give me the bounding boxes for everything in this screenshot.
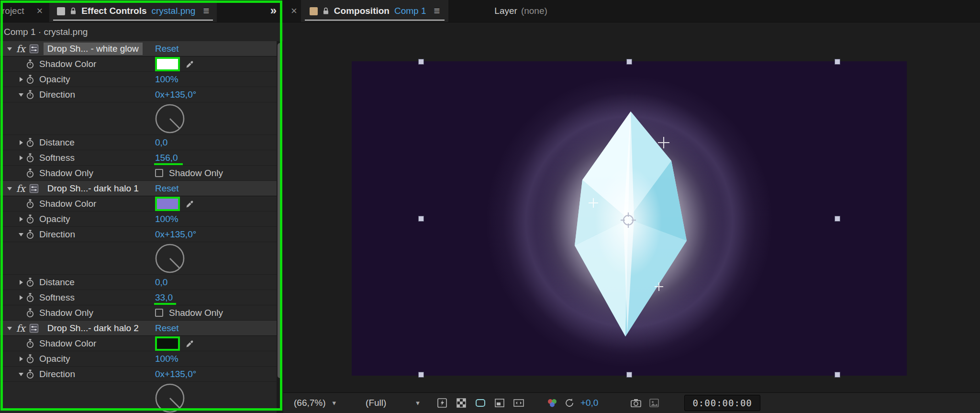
selection-handle[interactable] bbox=[835, 59, 840, 65]
effect-header[interactable]: fx Drop Sh...- dark halo 1 Reset bbox=[0, 181, 283, 196]
close-icon[interactable]: × bbox=[291, 5, 297, 17]
reset-link[interactable]: Reset bbox=[155, 44, 179, 54]
chevron-down-icon[interactable] bbox=[7, 186, 12, 191]
chevron-right-icon[interactable] bbox=[18, 216, 24, 222]
stopwatch-icon[interactable] bbox=[26, 75, 34, 84]
stopwatch-icon[interactable] bbox=[26, 59, 34, 69]
scrollbar-thumb[interactable] bbox=[278, 43, 282, 378]
shadow-only-checkbox[interactable] bbox=[155, 309, 163, 317]
chevron-right-icon[interactable] bbox=[18, 140, 24, 145]
comp-canvas[interactable] bbox=[352, 61, 907, 376]
direction-value[interactable]: 0x+135,0° bbox=[155, 369, 196, 380]
stopwatch-icon[interactable] bbox=[26, 308, 34, 318]
direction-value[interactable]: 0x+135,0° bbox=[155, 89, 196, 100]
mask-visibility-icon[interactable] bbox=[472, 396, 489, 410]
region-of-interest-icon[interactable] bbox=[491, 396, 508, 410]
reset-link[interactable]: Reset bbox=[155, 183, 179, 194]
direction-dial-row bbox=[0, 382, 283, 413]
panel-menu-icon[interactable]: ≡ bbox=[434, 5, 440, 17]
selection-handle[interactable] bbox=[835, 216, 840, 222]
direction-dial[interactable] bbox=[154, 243, 186, 274]
effect-header[interactable]: fx Drop Sh... - white glow Reset bbox=[0, 41, 283, 56]
stopwatch-icon[interactable] bbox=[26, 153, 34, 163]
chevron-right-icon[interactable] bbox=[18, 77, 24, 82]
effect-icon bbox=[29, 184, 39, 193]
stopwatch-icon[interactable] bbox=[26, 293, 34, 302]
softness-value[interactable]: 156,0 bbox=[155, 153, 178, 163]
stopwatch-icon[interactable] bbox=[26, 90, 34, 100]
stopwatch-icon[interactable] bbox=[26, 278, 34, 287]
chevron-down-icon[interactable] bbox=[18, 92, 24, 98]
reset-exposure-icon[interactable] bbox=[561, 396, 578, 410]
direction-dial[interactable] bbox=[154, 382, 186, 413]
chevron-down-icon[interactable] bbox=[7, 46, 12, 52]
tab-overflow-icon[interactable]: » bbox=[270, 4, 277, 17]
effect-name[interactable]: Drop Sh... - white glow bbox=[44, 43, 143, 55]
chevron-down-icon[interactable] bbox=[18, 371, 24, 377]
chevron-down-icon[interactable] bbox=[7, 325, 12, 331]
property-row-distance: Distance 0,0 bbox=[0, 135, 283, 150]
pixel-aspect-correction-icon[interactable] bbox=[511, 396, 527, 410]
effect-name[interactable]: Drop Sh...- dark halo 1 bbox=[44, 182, 143, 195]
effect-header[interactable]: fx Drop Sh...- dark halo 2 Reset bbox=[0, 321, 283, 336]
shadow-color-swatch[interactable] bbox=[155, 57, 180, 71]
fast-previews-icon[interactable] bbox=[434, 396, 450, 410]
stopwatch-icon[interactable] bbox=[26, 354, 34, 364]
lock-icon[interactable] bbox=[323, 7, 329, 15]
tab-composition[interactable]: Composition Comp 1 ≡ bbox=[301, 0, 448, 22]
selection-handle[interactable] bbox=[626, 59, 632, 65]
lock-icon[interactable] bbox=[70, 7, 77, 15]
eyedropper-icon[interactable] bbox=[186, 200, 194, 208]
opacity-value[interactable]: 100% bbox=[155, 74, 178, 85]
shadow-only-checkbox[interactable] bbox=[155, 169, 163, 177]
chevron-right-icon[interactable] bbox=[18, 356, 24, 362]
snapshot-icon[interactable] bbox=[628, 396, 644, 410]
selection-handle[interactable] bbox=[418, 216, 424, 222]
chevron-right-icon[interactable] bbox=[18, 155, 24, 161]
eyedropper-icon[interactable] bbox=[186, 60, 194, 68]
stopwatch-icon[interactable] bbox=[26, 339, 34, 348]
distance-value[interactable]: 0,0 bbox=[155, 277, 167, 288]
tab-layer[interactable]: Layer (none) bbox=[494, 0, 547, 22]
shadow-color-swatch[interactable] bbox=[155, 197, 180, 211]
channel-settings-icon[interactable] bbox=[544, 396, 560, 410]
close-icon[interactable]: × bbox=[36, 5, 43, 17]
property-row-direction: Direction 0x+135,0° bbox=[0, 227, 283, 242]
effect-name[interactable]: Drop Sh...- dark halo 2 bbox=[44, 322, 143, 335]
reset-link[interactable]: Reset bbox=[155, 323, 179, 334]
panel-menu-icon[interactable]: ≡ bbox=[203, 5, 209, 17]
shadow-color-swatch[interactable] bbox=[155, 336, 180, 351]
stopwatch-icon[interactable] bbox=[26, 214, 34, 224]
stopwatch-icon[interactable] bbox=[26, 369, 34, 379]
selection-handle[interactable] bbox=[418, 372, 424, 378]
stopwatch-icon[interactable] bbox=[26, 199, 34, 209]
eyedropper-icon[interactable] bbox=[186, 339, 194, 348]
direction-dial[interactable] bbox=[154, 103, 186, 134]
resolution-dropdown[interactable]: (Full) ▾ bbox=[366, 398, 420, 408]
transparency-grid-icon[interactable] bbox=[453, 396, 469, 410]
composition-panel: × Composition Comp 1 ≡ Layer (none) Comp… bbox=[283, 0, 980, 413]
exposure-value[interactable]: +0,0 bbox=[580, 398, 599, 408]
chevron-right-icon[interactable] bbox=[18, 279, 24, 285]
opacity-value[interactable]: 100% bbox=[155, 354, 178, 364]
selection-handle[interactable] bbox=[418, 59, 424, 65]
stopwatch-icon[interactable] bbox=[26, 138, 34, 147]
distance-value[interactable]: 0,0 bbox=[155, 137, 167, 148]
selection-handle[interactable] bbox=[626, 372, 632, 378]
softness-value[interactable]: 33,0 bbox=[155, 292, 173, 303]
scrollbar[interactable] bbox=[277, 41, 283, 413]
zoom-dropdown[interactable]: (66,7%) ▾ bbox=[294, 398, 336, 408]
tab-effect-controls[interactable]: Effect Controls crystal.png ≡ bbox=[49, 0, 217, 22]
show-snapshot-icon[interactable] bbox=[646, 396, 662, 410]
opacity-value[interactable]: 100% bbox=[155, 214, 178, 224]
property-row-softness: Softness 33,0 bbox=[0, 290, 283, 305]
composition-viewport[interactable] bbox=[283, 22, 980, 392]
tab-project[interactable]: roject × bbox=[0, 0, 49, 22]
selection-handle[interactable] bbox=[835, 372, 840, 378]
direction-value[interactable]: 0x+135,0° bbox=[155, 229, 196, 240]
stopwatch-icon[interactable] bbox=[26, 230, 34, 239]
stopwatch-icon[interactable] bbox=[26, 168, 34, 178]
timecode[interactable]: 0:00:00:00 bbox=[684, 395, 760, 411]
chevron-right-icon[interactable] bbox=[18, 295, 24, 301]
chevron-down-icon[interactable] bbox=[18, 232, 24, 237]
